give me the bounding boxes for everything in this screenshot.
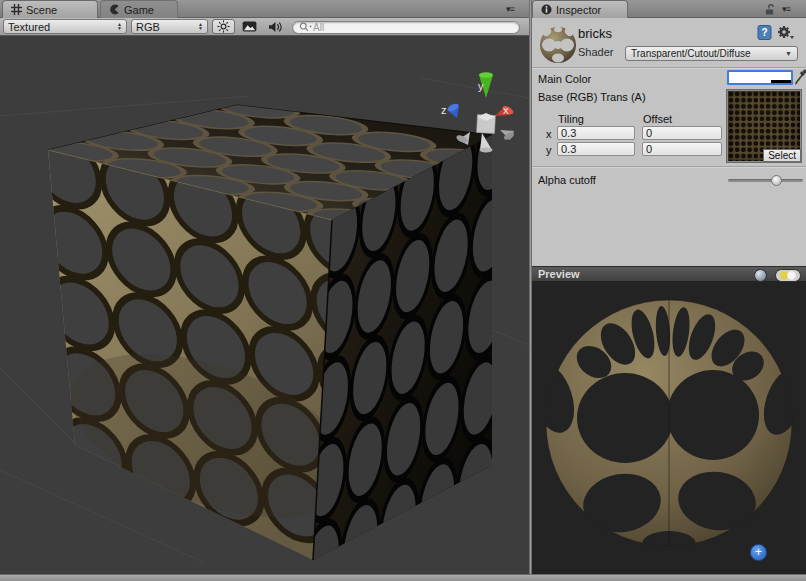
draw-mode-dropdown[interactable]: Textured ▲▼ bbox=[3, 19, 127, 34]
help-icon[interactable]: ? bbox=[757, 25, 772, 40]
search-icon bbox=[299, 22, 313, 32]
shader-value: Transparent/Cutout/Diffuse bbox=[631, 48, 751, 59]
grid-icon bbox=[11, 4, 22, 15]
game-icon bbox=[109, 4, 120, 15]
scene-panel: Scene Game ▾≡ Textured ▲▼ RGB ▲▼ bbox=[0, 0, 529, 574]
eyedropper-icon[interactable] bbox=[794, 69, 806, 85]
shader-dropdown[interactable]: Transparent/Cutout/Diffuse ▼ bbox=[625, 46, 798, 61]
scene-cube[interactable] bbox=[22, 95, 529, 574]
speaker-icon bbox=[268, 21, 282, 33]
texture-thumbnail[interactable]: Select bbox=[727, 90, 801, 162]
scene-panel-menu-icon[interactable]: ▾≡ bbox=[506, 4, 514, 14]
window-bottom-edge bbox=[0, 574, 806, 581]
sun-icon bbox=[217, 20, 230, 33]
main-color-swatch[interactable] bbox=[727, 70, 793, 85]
tab-scene-label: Scene bbox=[26, 4, 57, 16]
preview-viewport[interactable]: + bbox=[532, 282, 806, 574]
color-mode-value: RGB bbox=[136, 21, 160, 33]
base-texture-label: Base (RGB) Trans (A) bbox=[538, 91, 646, 103]
scene-viewport[interactable]: y x z bbox=[0, 36, 529, 574]
main-color-label: Main Color bbox=[538, 73, 591, 85]
divider bbox=[532, 166, 806, 167]
material-name: bricks bbox=[578, 26, 612, 41]
inspector-content: bricks Shader Transparent/Cutout/Diffuse… bbox=[532, 18, 806, 266]
inspector-tabstrip: Inspector ▾≡ bbox=[532, 0, 806, 18]
scene-lighting-toggle[interactable] bbox=[212, 19, 235, 34]
axis-x-label: x bbox=[503, 104, 509, 116]
unity-editor-window: Scene Game ▾≡ Textured ▲▼ RGB ▲▼ bbox=[0, 0, 806, 581]
scene-audio-toggle[interactable] bbox=[263, 19, 286, 34]
tab-game-label: Game bbox=[124, 4, 154, 16]
shader-label: Shader bbox=[578, 46, 613, 58]
alpha-cutoff-knob[interactable] bbox=[771, 175, 782, 186]
scene-toolbar: Textured ▲▼ RGB ▲▼ bbox=[0, 18, 529, 36]
offset-y-input[interactable] bbox=[642, 142, 722, 156]
preview-sphere bbox=[532, 300, 806, 557]
material-sphere-icon bbox=[538, 25, 578, 65]
preview-sphere-render bbox=[532, 282, 806, 574]
info-icon bbox=[541, 4, 552, 15]
preview-lighting-button[interactable] bbox=[775, 269, 801, 282]
tiling-y-input[interactable] bbox=[557, 142, 635, 156]
image-icon bbox=[242, 21, 257, 32]
draw-mode-value: Textured bbox=[8, 21, 50, 33]
lock-icon[interactable] bbox=[764, 4, 775, 15]
chevron-down-icon: ▼ bbox=[785, 50, 792, 57]
preview-title: Preview bbox=[532, 268, 580, 280]
inspector-panel-menu-icon[interactable]: ▾≡ bbox=[782, 4, 790, 14]
tab-inspector[interactable]: Inspector bbox=[532, 0, 628, 18]
tiling-header: Tiling bbox=[558, 113, 584, 125]
scene-search-field[interactable] bbox=[292, 21, 520, 34]
preview-header[interactable]: Preview bbox=[532, 266, 806, 282]
tiling-x-input[interactable] bbox=[557, 126, 635, 140]
svg-text:?: ? bbox=[761, 27, 767, 38]
tiling-row-x-axis: x bbox=[546, 128, 552, 140]
preview-expand-button[interactable]: + bbox=[750, 544, 767, 561]
tiling-row-y-axis: y bbox=[546, 144, 552, 156]
texture-select-button[interactable]: Select bbox=[763, 149, 801, 162]
dropdown-arrows-icon: ▲▼ bbox=[113, 23, 122, 30]
alpha-cutoff-slider[interactable] bbox=[728, 179, 803, 182]
axis-y-label: y bbox=[478, 80, 484, 92]
scene-3d-render: y x z bbox=[0, 36, 529, 574]
alpha-bar bbox=[729, 80, 791, 83]
scene-overlay-toggle[interactable] bbox=[238, 19, 261, 34]
scene-tabstrip: Scene Game ▾≡ bbox=[0, 0, 529, 18]
tab-game[interactable]: Game bbox=[100, 0, 178, 18]
tab-inspector-label: Inspector bbox=[556, 4, 601, 16]
color-mode-dropdown[interactable]: RGB ▲▼ bbox=[131, 19, 208, 34]
alpha-cutoff-label: Alpha cutoff bbox=[538, 174, 596, 186]
offset-header: Offset bbox=[643, 113, 672, 125]
axis-z-label: z bbox=[441, 104, 447, 116]
gear-icon[interactable] bbox=[777, 24, 794, 40]
search-input[interactable] bbox=[313, 22, 493, 33]
divider bbox=[532, 67, 806, 68]
preview-sphere-button[interactable] bbox=[754, 269, 767, 282]
offset-x-input[interactable] bbox=[642, 126, 722, 140]
dropdown-arrows-icon: ▲▼ bbox=[194, 23, 203, 30]
tab-scene[interactable]: Scene bbox=[2, 0, 98, 18]
